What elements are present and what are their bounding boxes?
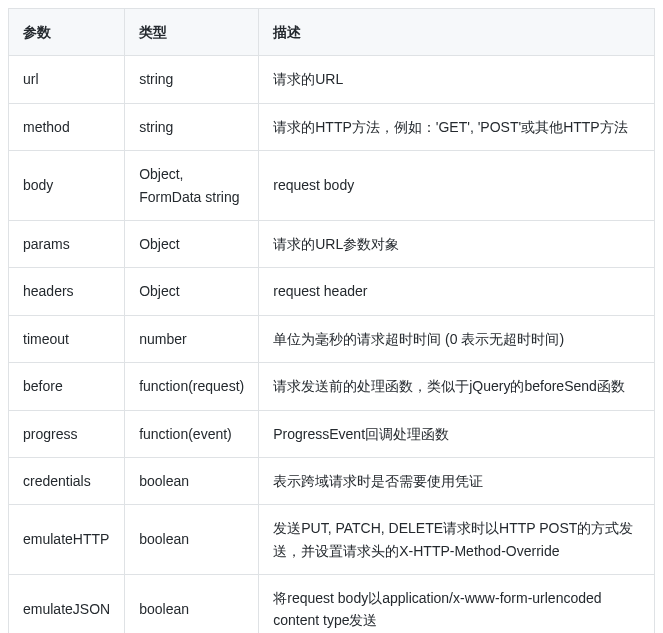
table-header-row: 参数 类型 描述 [9,9,655,56]
cell-type: Object, FormData string [125,151,259,221]
cell-param: credentials [9,457,125,504]
cell-param: params [9,220,125,267]
cell-param: headers [9,268,125,315]
cell-desc: request body [259,151,655,221]
table-row: headers Object request header [9,268,655,315]
table-row: url string 请求的URL [9,56,655,103]
cell-type: boolean [125,457,259,504]
table-row: params Object 请求的URL参数对象 [9,220,655,267]
table-row: body Object, FormData string request bod… [9,151,655,221]
cell-type: Object [125,268,259,315]
api-params-table: 参数 类型 描述 url string 请求的URL method string… [8,8,655,633]
header-desc: 描述 [259,9,655,56]
cell-param: url [9,56,125,103]
cell-param: method [9,103,125,150]
cell-type: function(event) [125,410,259,457]
table-row: timeout number 单位为毫秒的请求超时时间 (0 表示无超时时间) [9,315,655,362]
cell-type: boolean [125,505,259,575]
cell-desc: 表示跨域请求时是否需要使用凭证 [259,457,655,504]
cell-type: Object [125,220,259,267]
table-row: emulateHTTP boolean 发送PUT, PATCH, DELETE… [9,505,655,575]
cell-param: emulateHTTP [9,505,125,575]
cell-desc: 请求的URL [259,56,655,103]
cell-param: before [9,363,125,410]
cell-desc: request header [259,268,655,315]
cell-type: boolean [125,575,259,633]
table-row: credentials boolean 表示跨域请求时是否需要使用凭证 [9,457,655,504]
cell-type: string [125,56,259,103]
cell-param: emulateJSON [9,575,125,633]
cell-desc: ProgressEvent回调处理函数 [259,410,655,457]
cell-param: timeout [9,315,125,362]
cell-type: string [125,103,259,150]
cell-type: number [125,315,259,362]
header-type: 类型 [125,9,259,56]
cell-desc: 请求发送前的处理函数，类似于jQuery的beforeSend函数 [259,363,655,410]
table-row: before function(request) 请求发送前的处理函数，类似于j… [9,363,655,410]
cell-desc: 单位为毫秒的请求超时时间 (0 表示无超时时间) [259,315,655,362]
cell-param: progress [9,410,125,457]
table-row: emulateJSON boolean 将request body以applic… [9,575,655,633]
cell-type: function(request) [125,363,259,410]
table-row: method string 请求的HTTP方法，例如：'GET', 'POST'… [9,103,655,150]
cell-desc: 请求的HTTP方法，例如：'GET', 'POST'或其他HTTP方法 [259,103,655,150]
cell-param: body [9,151,125,221]
table-row: progress function(event) ProgressEvent回调… [9,410,655,457]
header-param: 参数 [9,9,125,56]
cell-desc: 将request body以application/x-www-form-url… [259,575,655,633]
cell-desc: 请求的URL参数对象 [259,220,655,267]
cell-desc: 发送PUT, PATCH, DELETE请求时以HTTP POST的方式发送，并… [259,505,655,575]
